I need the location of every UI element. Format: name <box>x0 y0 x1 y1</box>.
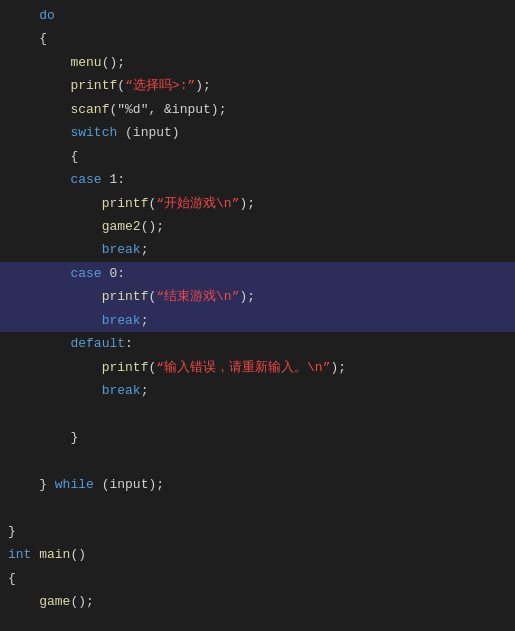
code-line: int main() <box>0 543 515 566</box>
code-line <box>0 496 515 519</box>
code-editor: do { menu(); printf(“选择吗>:”); scanf("%d"… <box>0 0 515 631</box>
code-line: { <box>0 567 515 590</box>
code-line: game(); <box>0 590 515 613</box>
code-line: { <box>0 27 515 50</box>
code-line: printf(“输入错误，请重新输入。\n”); <box>0 356 515 379</box>
code-line: printf(“开始游戏\n”); <box>0 192 515 215</box>
code-line: switch (input) <box>0 121 515 144</box>
code-line: printf(“结束游戏\n”); <box>0 285 515 308</box>
code-line: do <box>0 4 515 27</box>
code-line: } while (input); <box>0 473 515 496</box>
code-line: case 1: <box>0 168 515 191</box>
code-line: { <box>0 145 515 168</box>
code-line: printf(“选择吗>:”); <box>0 74 515 97</box>
code-line <box>0 449 515 472</box>
code-line: break; <box>0 309 515 332</box>
code-line: break; <box>0 379 515 402</box>
code-line: default: <box>0 332 515 355</box>
code-line <box>0 402 515 425</box>
code-line: break; <box>0 238 515 261</box>
code-line: } <box>0 426 515 449</box>
code-line <box>0 613 515 631</box>
code-line: case 0: <box>0 262 515 285</box>
code-lines: do { menu(); printf(“选择吗>:”); scanf("%d"… <box>0 4 515 631</box>
code-line: menu(); <box>0 51 515 74</box>
code-line: } <box>0 520 515 543</box>
code-line: game2(); <box>0 215 515 238</box>
code-line: scanf("%d", &input); <box>0 98 515 121</box>
